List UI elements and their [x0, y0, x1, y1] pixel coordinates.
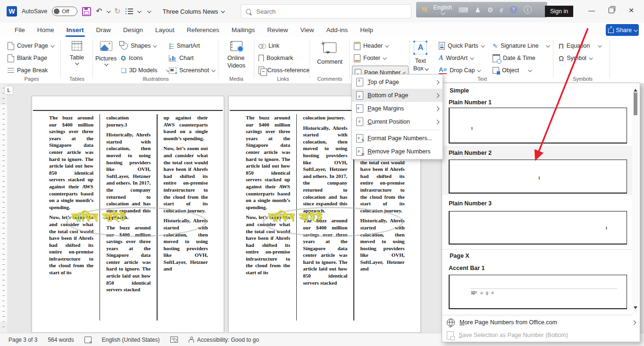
sign-in-button[interactable]: Sign in [545, 6, 573, 17]
tab-mailings[interactable]: Mailings [226, 24, 261, 36]
signature-line-button[interactable]: ✎ Signature Line [493, 40, 549, 52]
gallery-item-plain-number-2[interactable]: 1 [449, 160, 627, 194]
smartart-button[interactable]: ⬱ SmartArt [169, 40, 215, 52]
info-icon[interactable]: i [524, 6, 532, 14]
comments-group-label: Comments [312, 76, 347, 82]
text-box-button[interactable]: A Text Box [413, 41, 428, 72]
gallery-item-plain-number-3[interactable]: 1 [449, 211, 627, 245]
page-indicator[interactable]: Page 3 of 3 [8, 337, 37, 343]
table-button[interactable]: Table [63, 41, 91, 65]
more-page-numbers-item[interactable]: More Page Numbers from Office.com [442, 316, 640, 329]
gallery-item-accent-bar-1[interactable]: 1|P a g e [449, 275, 627, 309]
language-selector[interactable]: English [434, 5, 452, 15]
menu-item-format-page-numbers[interactable]: # Format Page Numbers... [352, 132, 443, 145]
document-title[interactable]: Three Colums News [163, 8, 224, 15]
footer-button[interactable]: Footer [354, 52, 409, 64]
help-icon[interactable]: ? [510, 6, 517, 13]
cross-reference-button[interactable]: Cross-reference [259, 64, 309, 76]
bookmark-button[interactable]: Bookmark [259, 52, 309, 64]
tab-review[interactable]: Review [261, 24, 294, 36]
tab-design[interactable]: Design [117, 24, 149, 36]
gallery-item-plain-number-1[interactable]: 1 [449, 108, 627, 143]
tab-insert[interactable]: Insert [60, 24, 90, 36]
keyboard-icon[interactable]: ⌨ [459, 7, 468, 13]
search-icon [246, 9, 251, 14]
scrollbar-thumb[interactable] [634, 93, 637, 115]
tab-references[interactable]: References [181, 24, 226, 36]
blank-page-label: Blank Page [17, 55, 47, 61]
equation-icon: Π [559, 42, 564, 50]
minimize-icon[interactable]: — [582, 3, 602, 18]
3d-models-label: 3D Models [129, 67, 158, 74]
undo-icon[interactable]: ↶ [96, 8, 102, 15]
tab-view[interactable]: View [294, 24, 320, 36]
menu-item-current-position[interactable]: # Current Position [352, 115, 443, 128]
blank-page-icon [8, 54, 14, 62]
page-break-label: Page Break [17, 67, 48, 74]
word-app-icon[interactable]: W [7, 6, 17, 17]
cover-page-button[interactable]: Cover Page [8, 40, 59, 52]
chart-button[interactable]: Chart [169, 52, 215, 64]
undo-dropdown-chevron[interactable] [107, 9, 110, 13]
blank-page-button[interactable]: Blank Page [8, 52, 59, 64]
menu-item-top-of-page[interactable]: # Top of Page [352, 76, 443, 89]
menu-item-remove-page-numbers[interactable]: # Remove Page Numbers [352, 145, 443, 158]
tab-file[interactable]: File [8, 24, 31, 36]
comment-button[interactable]: Comment [312, 42, 347, 65]
quick-parts-button[interactable]: Quick Parts [439, 40, 484, 52]
autosave-toggle[interactable]: Off [52, 7, 77, 16]
3d-models-button[interactable]: ❑ 3D Models [121, 64, 169, 76]
display-settings-icon[interactable] [170, 337, 178, 343]
settings-gear-icon[interactable]: ⚙ [487, 7, 493, 13]
menu-item-bottom-of-page[interactable]: # Bottom of Page [352, 89, 443, 102]
pictures-button[interactable]: Pictures [95, 41, 117, 66]
share-button[interactable]: Share [606, 24, 639, 36]
wordart-button[interactable]: A WordArt [439, 52, 484, 64]
bangla-keyboard-icon[interactable]: অ [422, 5, 427, 15]
input-method-icon[interactable]: ♟ [475, 7, 481, 13]
tab-help[interactable]: Help [354, 24, 379, 36]
symbol-button[interactable]: Ω Symbol [559, 52, 609, 64]
icons-label: Icons [129, 55, 143, 61]
word-count[interactable]: 564 words [48, 337, 74, 343]
tab-home[interactable]: Home [31, 24, 60, 36]
tab-selector[interactable]: L [4, 86, 13, 95]
close-icon[interactable]: ✕ [621, 3, 641, 18]
accessibility-status[interactable]: Accessibility: Good to go [188, 337, 259, 343]
search-input[interactable] [255, 8, 389, 16]
tab-addins[interactable]: Add-ins [320, 24, 354, 36]
gallery-item-accent-bar-1-label: Accent Bar 1 [441, 265, 485, 271]
page-break-button[interactable]: Page Break [8, 64, 59, 76]
language-status[interactable]: English (United States) [102, 337, 160, 343]
search-box[interactable] [241, 4, 411, 18]
proofing-errors-icon[interactable] [84, 337, 92, 343]
screenshot-button[interactable]: Screenshot [169, 64, 215, 76]
tab-layout[interactable]: Layout [149, 24, 181, 36]
bullet-list-icon[interactable] [125, 8, 133, 15]
link-button[interactable]: Link [259, 40, 309, 52]
shapes-button[interactable]: Shapes [121, 40, 169, 52]
header-button[interactable]: Header [354, 40, 409, 52]
bullets-dropdown-chevron[interactable] [137, 9, 141, 13]
document-page-1[interactable]: The buzz around our $400 million savings… [32, 96, 224, 333]
scroll-up-icon[interactable] [634, 87, 637, 92]
header-icon [354, 42, 360, 50]
date-time-button[interactable]: Date & Time [493, 52, 549, 64]
tab-draw[interactable]: Draw [90, 24, 117, 36]
gallery-scrollbar[interactable] [632, 84, 638, 314]
qat-overflow-chevron[interactable] [148, 9, 151, 13]
redo-icon[interactable]: ↻ [114, 8, 120, 15]
menu-item-label: Page Margins [368, 105, 431, 112]
browser-icon[interactable]: e [500, 5, 503, 15]
link-icon [259, 44, 266, 48]
vertical-ruler[interactable] [0, 84, 7, 333]
icons-button[interactable]: ✪ Icons [121, 52, 169, 64]
scroll-down-icon[interactable] [634, 306, 637, 311]
restore-icon[interactable] [602, 3, 621, 18]
object-button[interactable]: Object [493, 64, 549, 76]
equation-button[interactable]: Π Equation [559, 40, 609, 52]
drop-cap-button[interactable]: A≡ Drop Cap [439, 64, 484, 76]
save-icon[interactable] [82, 7, 91, 16]
online-videos-button[interactable]: Online Videos [221, 41, 252, 69]
menu-item-page-margins[interactable]: # Page Margins [352, 102, 443, 115]
